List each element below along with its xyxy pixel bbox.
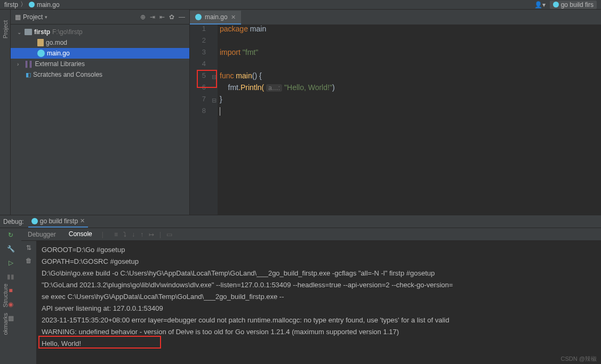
project-sidebar: ▦ Project ▾ ⊕ ⇥ ⇤ ✿ — ⌄ firstp F:\go\fir…: [11, 10, 190, 215]
project-icon: ▦: [15, 13, 21, 21]
debug-sub-tabs: Debugger Console | ≡ ⤵ ↓ ↑ ↦ | ▭: [21, 228, 601, 241]
project-tool-label[interactable]: Project: [2, 20, 9, 38]
run-config-selector[interactable]: go build firs: [550, 1, 597, 9]
tree-item-ext-lib[interactable]: › ║║ External Libraries: [11, 59, 189, 69]
console-line: API server listening at: 127.0.0.1:53409: [42, 303, 596, 314]
layout-icon[interactable]: ▦: [8, 314, 14, 322]
gear-icon[interactable]: ✿: [169, 13, 174, 21]
tab-debugger[interactable]: Debugger: [25, 229, 59, 240]
sidebar-title[interactable]: ▦ Project ▾: [15, 13, 47, 21]
fold-icon[interactable]: ⊟: [212, 74, 217, 80]
evaluate-icon[interactable]: ▭: [166, 231, 172, 238]
highlight-box: [38, 336, 161, 349]
resume-icon[interactable]: ▷: [9, 259, 13, 266]
locate-icon[interactable]: ⊕: [140, 13, 146, 21]
go-icon: [37, 50, 45, 57]
close-icon[interactable]: ✕: [80, 217, 85, 224]
step-over-icon[interactable]: ≡: [114, 231, 118, 238]
console-line: D:\Go\bin\go.exe build -o C:\Users\hyG\A…: [42, 268, 596, 279]
tree-gomod-name: go.mod: [46, 39, 67, 46]
step-out-icon[interactable]: ↓: [132, 231, 135, 238]
console-line: 2023-11-15T15:35:20+08:00 error layer=de…: [42, 314, 596, 326]
user-icon[interactable]: 👤▾: [534, 1, 546, 9]
tree-item-root[interactable]: ⌄ firstp F:\go\firstp: [11, 27, 189, 37]
collapse-icon[interactable]: ⇤: [159, 13, 165, 21]
console-line: GOPATH=D:\GOSRC #gosetup: [42, 256, 596, 268]
step-up-icon[interactable]: ↑: [140, 231, 143, 238]
line-number: 8: [190, 107, 218, 118]
breakpoints-icon[interactable]: ◉: [8, 301, 13, 308]
code-editor[interactable]: 1 2 3 4 5 6 7 8 ⊟ ⊟ package main import …: [190, 25, 601, 215]
top-right: 👤▾ go build firs: [534, 1, 597, 9]
line-number: 1: [190, 25, 218, 36]
tree-ext-lib-name: External Libraries: [35, 60, 85, 68]
func-name: main: [236, 71, 252, 80]
punct: }: [220, 95, 222, 103]
expand-icon[interactable]: ⇥: [150, 13, 155, 21]
scratch-icon: ◧: [26, 71, 31, 78]
editor-tabs: main.go ✕: [190, 10, 601, 25]
tree-item-main[interactable]: main.go: [11, 48, 189, 59]
tree-root-path: F:\go\firstp: [52, 28, 83, 36]
go-icon: [195, 14, 202, 20]
chevron-down-icon[interactable]: ⌄: [17, 29, 22, 35]
tree-root-name: firstp: [34, 28, 50, 36]
fold-icon[interactable]: ⊟: [212, 97, 217, 104]
console-line: "D:\GoLand 2021.3.2\plugins\go\lib\dlv\w…: [42, 279, 596, 291]
pause-icon[interactable]: ▮▮: [7, 273, 14, 280]
tab-label: main.go: [205, 13, 228, 21]
bookmarks-tool-label[interactable]: okmarks: [2, 313, 9, 335]
structure-tool-label[interactable]: Structure: [2, 284, 9, 308]
top-bar: firstp 〉 main.go 👤▾ go build firs: [0, 0, 601, 10]
debug-tab-bar: Debug: go build firstp ✕: [0, 215, 601, 228]
string: "Hello, World!": [284, 83, 332, 92]
identifier: fmt: [228, 83, 238, 92]
project-tree[interactable]: ⌄ firstp F:\go\firstp go.mod main.go › ║…: [11, 25, 189, 215]
tool-window-strip[interactable]: Project Structure okmarks: [0, 10, 11, 215]
cursor: [220, 107, 220, 116]
editor-gutter[interactable]: 1 2 3 4 5 6 7 8 ⊟ ⊟: [190, 25, 218, 215]
go-icon: [29, 2, 35, 7]
file-icon: [37, 39, 44, 46]
tree-main-name: main.go: [47, 50, 70, 57]
debug-title: Debug:: [3, 218, 24, 225]
trash-icon[interactable]: 🗑: [26, 257, 32, 264]
keyword: func: [220, 71, 234, 80]
debug-run-config-tab[interactable]: go build firstp ✕: [28, 216, 88, 228]
tab-main-go[interactable]: main.go ✕: [190, 11, 241, 25]
line-number: 3: [190, 48, 218, 60]
code-content[interactable]: package main import "fmt" func main() { …: [218, 25, 601, 215]
tab-console[interactable]: Console: [66, 229, 95, 240]
identifier: main: [250, 25, 266, 33]
watermark: CSDN @辣椒: [561, 355, 597, 363]
step-into-icon[interactable]: ⤵: [123, 231, 126, 238]
console-line: se exec C:\Users\hyG\AppData\Local\Temp\…: [42, 291, 596, 303]
tree-item-gomod[interactable]: go.mod: [11, 37, 189, 48]
run-to-icon[interactable]: ↦: [149, 231, 154, 238]
console-output[interactable]: GOROOT=D:\Go #gosetup GOPATH=D:\GOSRC #g…: [36, 241, 601, 364]
breadcrumb-project[interactable]: firstp: [4, 1, 18, 9]
stop-icon[interactable]: ■: [9, 287, 12, 294]
sidebar-header: ▦ Project ▾ ⊕ ⇥ ⇤ ✿ —: [11, 10, 189, 25]
sidebar-title-text: Project: [23, 13, 43, 21]
breadcrumb-file[interactable]: main.go: [37, 1, 60, 9]
close-icon[interactable]: ✕: [231, 14, 236, 21]
breadcrumb[interactable]: firstp 〉 main.go: [4, 0, 60, 9]
sidebar-actions: ⊕ ⇥ ⇤ ✿ —: [140, 13, 185, 21]
rerun-icon[interactable]: ↻: [8, 231, 13, 239]
chevron-down-icon[interactable]: ▾: [45, 14, 47, 20]
string: "fmt": [243, 48, 258, 56]
wrench-icon[interactable]: 🔧: [7, 245, 15, 253]
chevron-right-icon[interactable]: ›: [17, 61, 22, 67]
folder-icon: [25, 29, 32, 35]
keyword: import: [220, 48, 241, 56]
breadcrumb-sep: 〉: [20, 0, 27, 9]
punct: ): [332, 83, 335, 92]
go-icon: [31, 218, 38, 224]
up-icon[interactable]: ⇅: [26, 244, 31, 252]
library-icon: ║║: [25, 61, 33, 67]
punct: () {: [252, 71, 262, 80]
debug-run-config-label: go build firstp: [40, 217, 78, 225]
hide-icon[interactable]: —: [179, 13, 185, 21]
tree-item-scratches[interactable]: ◧ Scratches and Consoles: [11, 69, 189, 80]
